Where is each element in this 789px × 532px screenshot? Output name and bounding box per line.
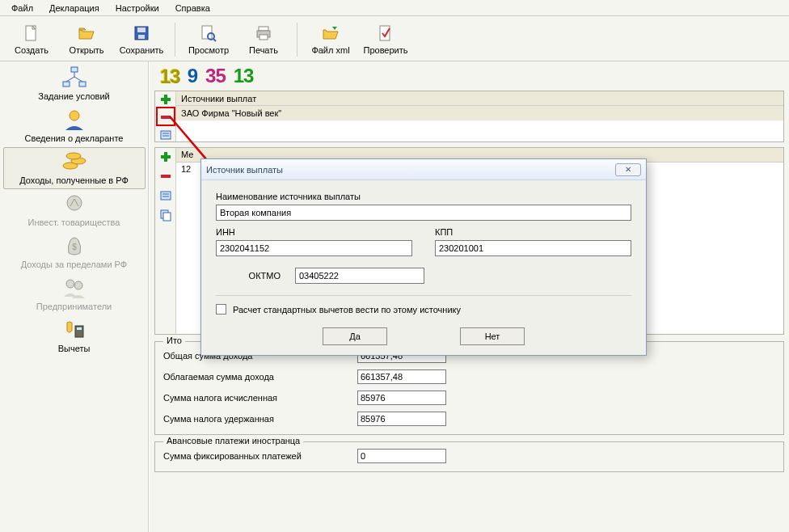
toolbar-view-label: Просмотр [188, 45, 229, 55]
name-field[interactable] [216, 205, 631, 221]
person-icon [61, 108, 88, 132]
svg-point-20 [66, 280, 74, 288]
rate-13a[interactable]: 13 [159, 65, 179, 87]
svg-rect-26 [161, 116, 171, 119]
sidebar-income-outside-label: Доходы за пределами РФ [21, 260, 127, 269]
fixed-payments-field[interactable] [357, 449, 446, 463]
sidebar-task[interactable]: Задание условий [3, 63, 146, 105]
preview-icon [199, 23, 218, 43]
toolbar-open-label: Открыть [69, 45, 103, 55]
rate-35[interactable]: 35 [205, 65, 226, 87]
toolbar-separator [297, 23, 297, 57]
tree-icon [61, 65, 88, 90]
menu-settings[interactable]: Настройки [109, 2, 166, 14]
taxable-income-field[interactable] [357, 369, 446, 384]
svg-rect-27 [161, 131, 171, 139]
dialog-titlebar: Источник выплаты ✕ [201, 159, 646, 180]
toolbar-view[interactable]: Просмотр [182, 19, 235, 60]
advance-group: Авансовые платежи иностранца Сумма фикси… [154, 441, 784, 472]
edit-income-button[interactable] [158, 188, 173, 203]
sidebar-invest-label: Инвест. товарищества [28, 217, 120, 227]
oktmo-field[interactable] [295, 268, 424, 284]
sidebar-declarant[interactable]: Сведения о декларанте [3, 105, 146, 147]
svg-point-18 [67, 196, 82, 210]
money-bag-icon: $ [61, 234, 88, 258]
tax-calc-field[interactable] [357, 391, 446, 405]
svg-rect-4 [202, 26, 212, 39]
dialog-no-button[interactable]: Нет [460, 327, 525, 345]
svg-point-17 [66, 153, 81, 159]
source-dialog: Источник выплаты ✕ Наименование источник… [200, 158, 647, 356]
sidebar-income-outside[interactable]: $ Доходы за пределами РФ [3, 231, 146, 273]
tax-calc-label: Сумма налога исчисленная [163, 393, 351, 403]
toolbar-filexml[interactable]: Файл xml [304, 19, 357, 60]
sidebar-income-rf[interactable]: Доходы, полученные в РФ [3, 147, 146, 189]
check-icon [376, 23, 395, 43]
toolbar-save[interactable]: Сохранить [115, 19, 168, 60]
svg-rect-23 [77, 327, 82, 330]
svg-rect-9 [259, 35, 268, 40]
svg-rect-29 [161, 155, 171, 158]
source-row-blank [176, 120, 783, 140]
inn-field[interactable] [216, 240, 412, 256]
svg-rect-25 [161, 98, 171, 101]
sidebar-invest[interactable]: Инвест. товарищества [3, 189, 146, 231]
svg-rect-33 [163, 213, 171, 221]
remove-income-button[interactable] [158, 169, 173, 184]
svg-rect-2 [137, 27, 146, 32]
tax-withheld-field[interactable] [357, 412, 446, 426]
menu-declaration[interactable]: Декларация [43, 2, 106, 14]
sources-panel: Источники выплат ЗАО Фирма "Новый век" [154, 91, 784, 142]
oktmo-label: ОКТМО [216, 271, 281, 281]
advance-legend: Авансовые платежи иностранца [163, 436, 303, 445]
sidebar-deductions[interactable]: Вычеты [3, 315, 146, 357]
sources-header: Источники выплат [176, 91, 783, 106]
remove-source-button[interactable] [158, 111, 173, 124]
edit-source-button[interactable] [158, 129, 173, 141]
sidebar-entrepreneurs[interactable]: Предприниматели [3, 273, 146, 315]
toolbar-create[interactable]: Создать [5, 19, 58, 60]
svg-line-6 [213, 39, 216, 41]
kpp-label: КПП [435, 227, 631, 237]
tax-withheld-label: Сумма налога удержанная [163, 414, 351, 424]
svg-rect-10 [380, 26, 390, 40]
toolbar-open[interactable]: Открыть [60, 19, 113, 60]
sources-toolbar [155, 91, 176, 141]
dialog-title: Источник выплаты [206, 165, 615, 175]
stdded-checkbox[interactable] [216, 304, 226, 315]
add-income-button[interactable] [158, 150, 173, 164]
dialog-close-button[interactable]: ✕ [615, 163, 641, 176]
totals-legend: Ито [163, 336, 185, 345]
dialog-yes-button[interactable]: Да [323, 327, 387, 345]
toolbar-print[interactable]: Печать [237, 19, 290, 60]
stdded-label: Расчет стандартных вычетов вести по этом… [233, 305, 461, 315]
plus-icon [159, 150, 172, 163]
toolbar: Создать Открыть Сохранить Просмотр Печат… [0, 16, 789, 61]
toolbar-check-label: Проверить [363, 45, 407, 55]
toolbar-separator [175, 23, 175, 57]
menu-bar: Файл Декларация Настройки Справка [0, 0, 789, 16]
toolbar-filexml-label: Файл xml [311, 45, 349, 55]
svg-point-14 [70, 111, 79, 120]
copy-income-button[interactable] [158, 208, 173, 222]
sidebar: Задание условий Сведения о декларанте До… [0, 61, 149, 532]
copy-icon [159, 209, 172, 222]
source-row-1[interactable]: ЗАО Фирма "Новый век" [176, 106, 783, 120]
add-source-button[interactable] [158, 93, 173, 106]
rate-13b[interactable]: 13 [234, 65, 254, 87]
menu-file[interactable]: Файл [5, 2, 40, 14]
new-file-icon [22, 23, 41, 43]
coins-icon [61, 150, 88, 174]
xml-export-icon [321, 23, 340, 43]
edit-icon [159, 129, 172, 141]
name-label: Наименование источника выплаты [216, 192, 631, 201]
toolbar-check[interactable]: Проверить [359, 19, 412, 60]
rate-9[interactable]: 9 [188, 65, 197, 87]
rate-banner: 13 9 35 13 [150, 61, 789, 91]
menu-help[interactable]: Справка [169, 2, 217, 14]
income-toolbar [155, 148, 176, 334]
svg-rect-12 [63, 82, 70, 87]
open-folder-icon [77, 23, 96, 43]
save-icon [132, 23, 151, 43]
kpp-field[interactable] [435, 240, 631, 256]
